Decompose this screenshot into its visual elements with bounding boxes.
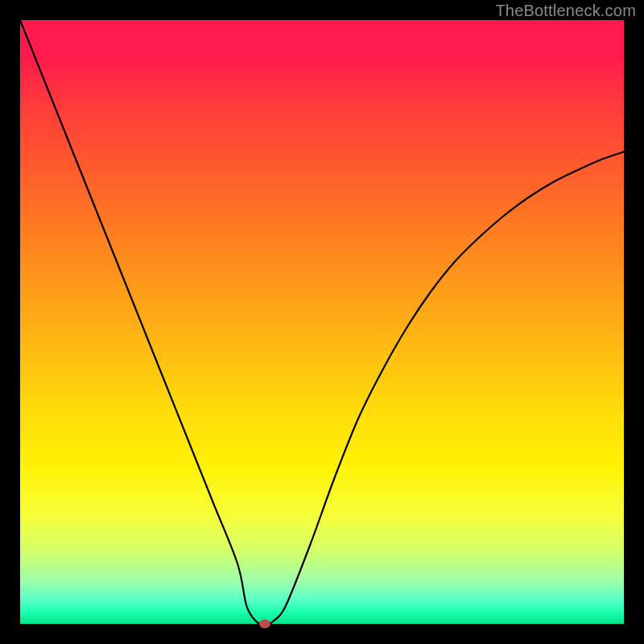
curve-svg: [20, 20, 624, 624]
bottleneck-curve: [20, 20, 624, 624]
watermark-text: TheBottleneck.com: [495, 2, 636, 20]
minimum-marker: [259, 620, 270, 629]
plot-area: [20, 20, 624, 624]
chart-frame: TheBottleneck.com: [0, 0, 644, 644]
